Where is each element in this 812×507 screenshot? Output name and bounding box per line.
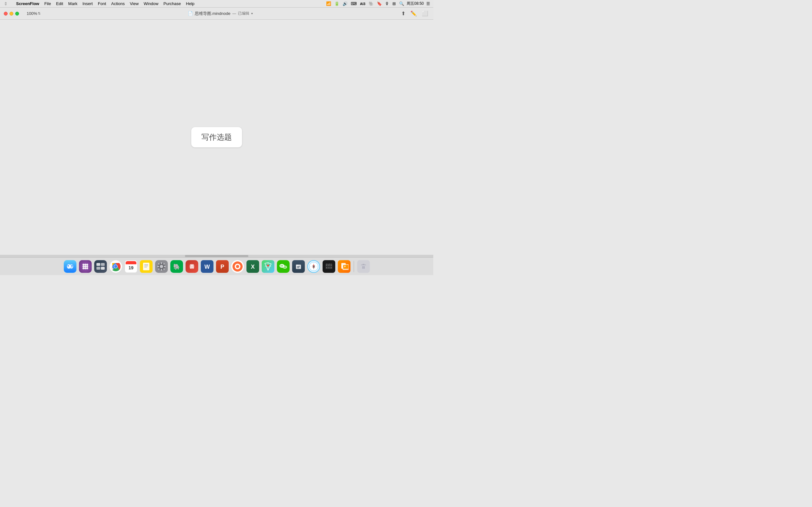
menu-insert[interactable]: Insert	[80, 0, 96, 8]
maps-icon	[262, 260, 274, 273]
svg-point-2	[69, 264, 73, 269]
share-button[interactable]: ⬆	[400, 10, 407, 17]
dock-chrome[interactable]	[109, 260, 123, 274]
dock-finder[interactable]	[63, 260, 77, 274]
node-box: 写作选题	[191, 127, 242, 147]
toolbar-right: ⬆ ✏️ ⬜	[400, 10, 429, 17]
svg-rect-34	[157, 266, 159, 267]
sidebar-toggle-button[interactable]: ⬜	[420, 10, 429, 17]
menu-edit[interactable]: Edit	[54, 0, 66, 8]
svg-rect-74	[326, 263, 327, 265]
svg-point-9	[84, 266, 86, 268]
menu-mark[interactable]: Mark	[66, 0, 80, 8]
edit-button[interactable]: ✏️	[409, 10, 418, 17]
zoom-stepper[interactable]: ⇅	[38, 11, 41, 15]
dock-powerpoint[interactable]: P	[215, 260, 229, 274]
evernote-status: 🐘	[368, 1, 374, 6]
maximize-button[interactable]	[15, 12, 19, 15]
svg-rect-76	[329, 263, 330, 265]
toolbar-center: 📄 思维导图.mindnode — 已编辑 ▾	[43, 11, 397, 16]
dock-preview[interactable]	[337, 260, 351, 274]
trash-icon	[357, 260, 370, 273]
svg-rect-84	[362, 264, 364, 265]
menu-help[interactable]: Help	[183, 0, 197, 8]
battery-icon: 🔋	[334, 1, 340, 6]
sysprefs-icon	[155, 260, 168, 273]
svg-text:19: 19	[129, 265, 134, 270]
dock-notes[interactable]	[139, 260, 153, 274]
svg-rect-24	[125, 263, 136, 264]
preview-icon	[338, 260, 351, 273]
dock-sysprefs[interactable]	[154, 260, 168, 274]
dock-keka[interactable]	[292, 260, 305, 274]
zoom-control[interactable]: 100% ⇅	[27, 11, 41, 16]
svg-point-11	[83, 268, 84, 269]
svg-rect-17	[101, 267, 105, 270]
mindmap-root-node[interactable]: 写作选题	[191, 127, 242, 147]
svg-point-73	[331, 267, 332, 268]
svg-point-31	[160, 265, 163, 268]
svg-point-10	[86, 266, 88, 268]
apple-menu[interactable]: 	[3, 0, 9, 8]
svg-point-54	[283, 266, 287, 269]
doc-dropdown-chevron[interactable]: ▾	[251, 12, 253, 15]
evernote-icon: 🐘	[170, 260, 183, 273]
svg-point-13	[86, 268, 88, 269]
doc-separator: —	[232, 11, 236, 16]
dock-mission-control[interactable]	[94, 260, 107, 274]
menu-actions[interactable]: Actions	[109, 0, 128, 8]
svg-text:P: P	[220, 264, 224, 270]
calendar-icon: 19	[125, 260, 137, 273]
svg-rect-75	[328, 263, 328, 265]
dock-word[interactable]: W	[200, 260, 214, 274]
svg-rect-14	[96, 263, 100, 266]
menu-view[interactable]: View	[127, 0, 141, 8]
menubar-right: 📶 🔋 🔊 ⌨ AI3 🐘 🔖 🎙 ⊞ 🔍 周五08:50 ☰	[325, 1, 431, 6]
svg-rect-26	[143, 263, 149, 270]
bookmark-icon: 🔖	[376, 1, 383, 6]
powerpoint-icon: P	[216, 260, 229, 273]
dock-safari[interactable]	[307, 260, 321, 274]
traffic-lights	[4, 12, 19, 15]
dock-launchpad[interactable]	[78, 260, 92, 274]
grid-icon: ⊞	[392, 1, 397, 6]
control-center-icon[interactable]: ☰	[426, 1, 431, 6]
svg-point-56	[282, 265, 283, 266]
dock-app-red[interactable]: 圆	[185, 260, 199, 274]
dock-calendar[interactable]: 19	[124, 260, 138, 274]
dock-trash[interactable]	[357, 260, 370, 274]
svg-text:W: W	[204, 264, 210, 270]
dock-evernote[interactable]: 🐘	[170, 260, 184, 274]
dock-circle-app[interactable]	[231, 260, 245, 274]
menu-file[interactable]: File	[42, 0, 54, 8]
keka-icon	[292, 260, 305, 273]
minimize-button[interactable]	[9, 12, 13, 15]
menu-purchase[interactable]: Purchase	[161, 0, 183, 8]
main-canvas: 写作选题	[0, 20, 433, 255]
menubar-left:  ScreenFlow File Edit Mark Insert Font …	[3, 0, 197, 8]
excel-icon: X	[247, 260, 259, 273]
svg-rect-80	[343, 265, 348, 269]
svg-point-8	[83, 266, 84, 268]
dock-wechat[interactable]	[276, 260, 290, 274]
dock-maps[interactable]	[261, 260, 275, 274]
svg-point-3	[67, 265, 69, 267]
menubar:  ScreenFlow File Edit Mark Insert Font …	[0, 0, 433, 8]
close-button[interactable]	[4, 12, 8, 15]
dock-movie[interactable]	[322, 260, 336, 274]
svg-text:X: X	[251, 264, 254, 270]
movie-icon	[322, 260, 335, 273]
search-icon[interactable]: 🔍	[398, 1, 405, 6]
horizontal-scrollbar[interactable]	[0, 255, 433, 257]
svg-rect-15	[101, 263, 105, 266]
svg-point-21	[114, 265, 117, 268]
menu-screenflow[interactable]: ScreenFlow	[14, 0, 42, 8]
dock-excel[interactable]: X	[246, 260, 260, 274]
menu-window[interactable]: Window	[141, 0, 161, 8]
clock: 周五08:50	[407, 1, 424, 6]
wechat-icon	[277, 260, 290, 273]
svg-point-58	[285, 267, 286, 268]
document-status: 已编辑	[238, 11, 249, 16]
svg-rect-16	[96, 267, 100, 270]
menu-font[interactable]: Font	[95, 0, 108, 8]
